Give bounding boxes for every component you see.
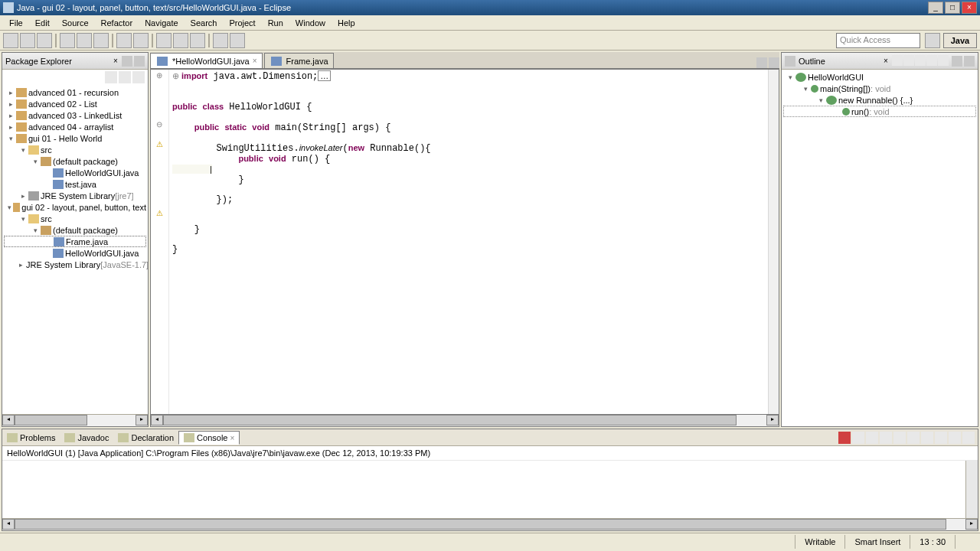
java-file-node[interactable]: HelloWorldGUI.java — [4, 247, 146, 259]
maximize-view-icon[interactable] — [964, 56, 975, 67]
save-button[interactable] — [20, 33, 35, 48]
menu-window[interactable]: Window — [289, 17, 332, 29]
collapse-all-icon[interactable] — [105, 71, 117, 83]
maximize-view-icon[interactable] — [962, 432, 975, 444]
maximize-button[interactable]: □ — [945, 2, 960, 14]
outline-view: Outline × ▾HelloWorldGUI ▾main(String[])… — [781, 52, 978, 427]
menu-source[interactable]: Source — [56, 17, 95, 29]
nav-fwd-button[interactable] — [230, 33, 245, 48]
close-button[interactable]: × — [962, 2, 977, 14]
pin-console-button[interactable] — [907, 432, 920, 444]
src-folder-node[interactable]: ▾src — [4, 144, 146, 155]
search-button[interactable] — [173, 33, 188, 48]
run-last-button[interactable] — [93, 33, 109, 48]
open-console-button[interactable] — [935, 432, 947, 444]
maximize-view-icon[interactable] — [134, 56, 145, 67]
nav-back-button[interactable] — [213, 33, 228, 48]
toggle-button[interactable] — [190, 33, 205, 48]
java-file-icon — [157, 57, 168, 66]
scroll-lock-button[interactable] — [893, 432, 906, 444]
project-node[interactable]: ▸advanced 01 - recursion — [4, 86, 146, 98]
open-perspective-button[interactable] — [925, 33, 940, 48]
hide-static-icon[interactable] — [915, 55, 926, 66]
console-output[interactable] — [2, 461, 965, 518]
hide-local-icon[interactable] — [938, 55, 949, 66]
java-file-node[interactable]: test.java — [4, 178, 146, 190]
console-hscroll[interactable]: ◂ ▸ — [2, 518, 978, 530]
new-package-button[interactable] — [116, 33, 132, 48]
save-all-button[interactable] — [37, 33, 52, 48]
package-explorer-tree[interactable]: ▸advanced 01 - recursion ▸advanced 02 - … — [2, 85, 148, 414]
outline-run-node[interactable]: run() : void — [783, 106, 976, 117]
java-perspective-button[interactable]: Java — [943, 33, 977, 48]
menubar: File Edit Source Refactor Navigate Searc… — [0, 15, 980, 31]
hide-nonpublic-icon[interactable] — [926, 55, 937, 66]
tab-label: Frame.java — [286, 57, 328, 66]
menu-help[interactable]: Help — [332, 17, 361, 29]
minimize-view-icon[interactable] — [952, 56, 962, 67]
package-explorer-title: Package Explorer — [5, 57, 109, 66]
clear-console-button[interactable] — [880, 432, 892, 444]
project-node[interactable]: ▸advanced 02 - List — [4, 98, 146, 109]
menu-edit[interactable]: Edit — [29, 17, 56, 29]
editor-gutter[interactable]: ⊕ ⊖ ⚠ ⚠ — [151, 70, 169, 414]
menu-search[interactable]: Search — [185, 17, 224, 29]
editor-tab-active[interactable]: *HelloWorldGUI.java × — [150, 53, 263, 68]
project-node[interactable]: ▸advanced 04 - arraylist — [4, 121, 146, 132]
minimize-view-icon[interactable] — [122, 56, 132, 67]
project-node[interactable]: ▾gui 01 - Hello World — [4, 132, 146, 144]
display-console-button[interactable] — [921, 432, 933, 444]
debug-button[interactable] — [60, 33, 75, 48]
remove-all-button[interactable] — [866, 432, 878, 444]
editor-tab-inactive[interactable]: Frame.java — [264, 53, 334, 68]
remove-launch-button[interactable] — [852, 432, 864, 444]
project-node[interactable]: ▸advanced 03 - LinkedList — [4, 109, 146, 121]
outline-icon — [785, 56, 795, 67]
view-close-icon[interactable]: × — [881, 57, 890, 66]
javadoc-tab[interactable]: Javadoc — [60, 432, 113, 444]
new-button[interactable] — [3, 33, 18, 48]
hide-fields-icon[interactable] — [903, 55, 914, 66]
outline-anon-node[interactable]: ▾new Runnable() {...} — [783, 94, 976, 106]
minimize-view-icon[interactable] — [949, 432, 961, 444]
declaration-tab[interactable]: Declaration — [113, 432, 178, 444]
problems-tab[interactable]: Problems — [2, 432, 60, 444]
java-file-node[interactable]: Frame.java — [4, 236, 146, 247]
sort-icon[interactable] — [892, 55, 903, 66]
jre-library-node[interactable]: ▸JRE System Library [JavaSE-1.7] — [4, 259, 146, 270]
open-type-button[interactable] — [156, 33, 172, 48]
console-tab[interactable]: Console× — [178, 431, 240, 445]
editor-scrollbar[interactable]: ◂ ▸ — [150, 415, 779, 427]
minimize-editor-icon[interactable] — [756, 57, 767, 68]
outline-class-node[interactable]: ▾HelloWorldGUI — [783, 71, 976, 83]
src-folder-node[interactable]: ▾src — [4, 213, 146, 224]
menu-project[interactable]: Project — [223, 17, 261, 29]
view-menu-icon[interactable] — [132, 71, 145, 83]
horizontal-scrollbar[interactable]: ◂ ▸ — [2, 414, 148, 426]
outline-method-node[interactable]: ▾main(String[]) : void — [783, 83, 976, 94]
view-close-icon[interactable]: × — [111, 57, 120, 66]
code-text[interactable]: ⊕ import import java.awt.Dimension;java.… — [169, 70, 768, 414]
minimize-button[interactable]: _ — [928, 2, 943, 14]
java-file-node[interactable]: HelloWorldGUI.java — [4, 167, 146, 178]
link-editor-icon[interactable] — [119, 71, 131, 83]
menu-refactor[interactable]: Refactor — [95, 17, 139, 29]
tab-close-icon[interactable]: × — [253, 57, 257, 65]
menu-run[interactable]: Run — [262, 17, 289, 29]
project-node[interactable]: ▾gui 02 - layout, panel, button, text — [4, 201, 146, 213]
package-node[interactable]: ▾(default package) — [4, 224, 146, 236]
run-button[interactable] — [77, 33, 92, 48]
terminate-button[interactable] — [838, 432, 851, 444]
overview-ruler[interactable] — [768, 70, 779, 414]
outline-tree[interactable]: ▾HelloWorldGUI ▾main(String[]) : void ▾n… — [782, 70, 978, 426]
code-editor[interactable]: ⊕ ⊖ ⚠ ⚠ ⊕ import import java.awt.Dimensi… — [150, 69, 779, 415]
menu-navigate[interactable]: Navigate — [139, 17, 184, 29]
menu-file[interactable]: File — [3, 17, 29, 29]
console-vscroll[interactable] — [965, 461, 978, 518]
tab-close-icon[interactable]: × — [230, 434, 234, 442]
maximize-editor-icon[interactable] — [769, 57, 779, 68]
new-class-button[interactable] — [133, 33, 149, 48]
quick-access-field[interactable]: Quick Access — [836, 33, 920, 48]
package-node[interactable]: ▾(default package) — [4, 155, 146, 167]
jre-library-node[interactable]: ▸JRE System Library [jre7] — [4, 190, 146, 201]
